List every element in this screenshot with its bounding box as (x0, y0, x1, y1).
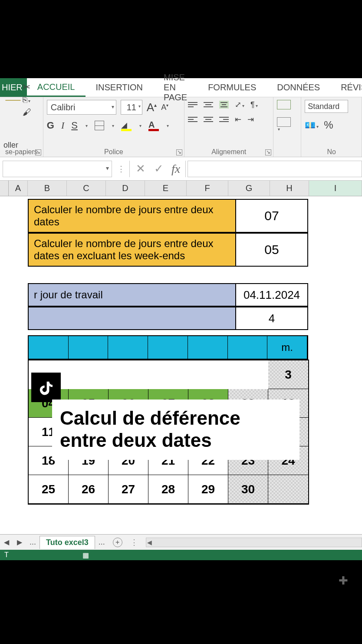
macro-record-icon[interactable]: ▦ (82, 551, 89, 559)
value-days-excl-weekends[interactable]: 05 (236, 233, 308, 267)
tab-revision[interactable]: RÉVISIO (330, 78, 362, 97)
cell-cursor-icon: ✚ (339, 574, 348, 588)
group-label-font: Police (43, 148, 184, 156)
col-header-E[interactable]: E (145, 181, 187, 196)
cal-cell[interactable]: 25 (29, 475, 69, 504)
ribbon-tabs: HIER ACCUEIL INSERTION MISE EN PAGE FORM… (0, 78, 362, 97)
format-painter-icon[interactable]: 🖌 (23, 107, 31, 117)
orientation-icon[interactable]: ⤢▾ (235, 100, 244, 109)
font-dialog-launcher[interactable] (176, 149, 182, 155)
row-days-excl-weekends: Calculer le nombre de jours entre deux d… (28, 233, 308, 267)
name-box[interactable]: ▾ (3, 161, 112, 177)
cal-cell[interactable]: 27 (109, 475, 148, 504)
col-header-G[interactable]: G (228, 181, 270, 196)
row-first-workday: r jour de travail 04.11.2024 (28, 283, 308, 307)
cancel-formula-icon[interactable]: ✕ (132, 162, 150, 175)
wrap-text-icon[interactable] (277, 100, 291, 109)
cal-header-4[interactable] (148, 336, 188, 359)
font-name-select[interactable]: Calibri▾ (47, 100, 116, 115)
col-header-B[interactable]: B (28, 181, 67, 196)
grow-font-icon[interactable]: A▴ (147, 101, 157, 114)
overlay-caption: Calcul de déférence entre deux dates (52, 400, 299, 460)
cal-cell[interactable] (268, 475, 308, 504)
fill-color-icon[interactable]: ◢ (121, 120, 132, 131)
select-all-corner[interactable] (0, 181, 9, 196)
cal-header-6[interactable] (228, 336, 268, 359)
paste-button[interactable] (5, 100, 21, 101)
para-icon[interactable]: ¶▾ (250, 100, 258, 109)
align-middle-icon[interactable] (204, 102, 213, 107)
underline-button[interactable]: S (71, 120, 78, 131)
italic-button[interactable]: I (61, 120, 64, 131)
formula-input[interactable] (188, 161, 362, 177)
tab-formules[interactable]: FORMULES (197, 78, 267, 97)
shrink-font-icon[interactable]: A▾ (161, 103, 168, 112)
col-header-F[interactable]: F (187, 181, 228, 196)
copy-icon[interactable]: ⎘▾ (23, 96, 30, 105)
align-left-icon[interactable] (188, 117, 197, 122)
clipboard-dialog-launcher[interactable] (35, 149, 41, 155)
cal-header-1[interactable] (29, 336, 69, 359)
tiktok-logo-icon (31, 373, 61, 402)
tab-donnees[interactable]: DONNÉES (267, 78, 330, 97)
group-label-number: No (301, 148, 362, 156)
value-first-workday[interactable]: 04.11.2024 (236, 283, 308, 307)
label-first-workday[interactable]: r jour de travail (28, 283, 236, 307)
col-header-H[interactable]: H (270, 181, 309, 196)
col-header-C[interactable]: C (67, 181, 106, 196)
enter-formula-icon[interactable]: ✓ (150, 162, 168, 175)
cal-cell[interactable]: 26 (69, 475, 109, 504)
cal-cell[interactable]: 28 (148, 475, 188, 504)
bold-button[interactable]: G (47, 120, 54, 131)
group-alignment: ⤢▾ ¶▾ ⇤ ⇥ Alignement (184, 97, 274, 157)
formula-bar-options[interactable]: ⋮ (115, 164, 128, 174)
label-days-between[interactable]: Calculer le nombre de jours entre deux d… (28, 199, 236, 233)
sheet-tabs-options[interactable]: ⋮ (127, 538, 142, 547)
label-second[interactable] (28, 307, 236, 330)
decrease-indent-icon[interactable]: ⇤ (235, 115, 241, 124)
col-header-A[interactable]: A (9, 181, 28, 196)
cal-header-7[interactable]: m. (267, 336, 307, 359)
merge-cells-icon[interactable] (277, 117, 291, 127)
cal-header-2[interactable] (69, 336, 109, 359)
alignment-dialog-launcher[interactable] (265, 149, 271, 155)
cal-cell[interactable]: 30 (228, 475, 268, 504)
sheet-ellipsis-right[interactable]: ... (95, 538, 109, 547)
align-right-icon[interactable] (219, 117, 229, 122)
cal-cell[interactable]: 29 (188, 475, 228, 504)
align-bottom-icon[interactable] (219, 101, 229, 109)
sheet-nav-next[interactable]: ▶ (13, 538, 26, 546)
status-mode: T (4, 551, 9, 559)
new-sheet-button[interactable]: + (113, 538, 122, 547)
cal-header-3[interactable] (108, 336, 148, 359)
value-second[interactable]: 4 (236, 307, 308, 330)
insert-function-icon[interactable]: fx (168, 162, 184, 176)
tab-mise-en-page[interactable]: MISE EN PAGE (153, 78, 197, 97)
borders-icon[interactable] (95, 121, 104, 130)
excel-window: HIER ACCUEIL INSERTION MISE EN PAGE FORM… (0, 78, 362, 560)
increase-indent-icon[interactable]: ⇥ (247, 115, 254, 124)
accounting-format-icon[interactable]: 💶▾ (305, 120, 319, 130)
cal-cell-03[interactable]: 3 (268, 360, 308, 389)
label-days-excl-weekends[interactable]: Calculer le nombre de jours entre deux d… (28, 233, 236, 267)
value-days-between[interactable]: 07 (236, 199, 308, 233)
sheet-nav-prev[interactable]: ◀ (0, 538, 13, 546)
font-color-icon[interactable]: A (148, 120, 159, 131)
tab-insertion[interactable]: INSERTION (86, 78, 154, 97)
percent-format-icon[interactable]: % (324, 119, 333, 131)
col-header-I[interactable]: I (309, 181, 362, 196)
number-format-select[interactable]: Standard (305, 100, 348, 113)
sheet-tab-active[interactable]: Tuto excel3 (39, 536, 95, 549)
sheet-tabs-bar: ◀ ▶ ... Tuto excel3 ... + ⋮ ◀ (0, 534, 362, 550)
cal-header-5[interactable] (188, 336, 228, 359)
sheet-grid[interactable]: Calculer le nombre de jours entre deux d… (0, 196, 362, 535)
tiktok-note-icon (37, 379, 55, 396)
cut-icon[interactable]: ✂ (23, 82, 30, 93)
align-top-icon[interactable] (188, 102, 197, 107)
horizontal-scrollbar[interactable]: ◀ (146, 538, 362, 547)
col-header-D[interactable]: D (106, 181, 145, 196)
sheet-ellipsis-left[interactable]: ... (26, 538, 39, 547)
status-bar: T ▦ (0, 550, 362, 560)
font-size-select[interactable]: 11▾ (121, 100, 142, 115)
align-center-icon[interactable] (204, 117, 213, 122)
